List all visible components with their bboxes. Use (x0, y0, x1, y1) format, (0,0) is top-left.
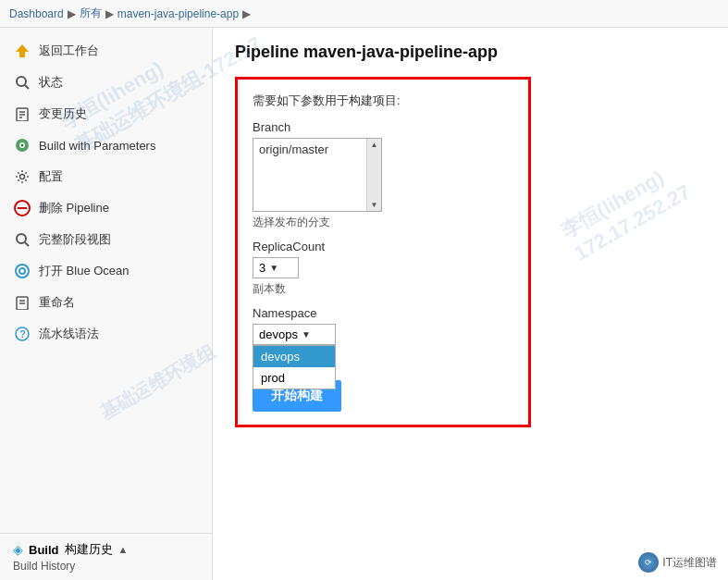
sidebar-item-delete-pipeline[interactable]: 删除 Pipeline (0, 192, 212, 224)
sidebar-item-back-workspace[interactable]: 返回工作台 (0, 35, 212, 67)
svg-point-17 (20, 269, 24, 273)
svg-point-10 (20, 175, 25, 179)
namespace-value: devops (259, 327, 298, 341)
sidebar-item-full-stage-view[interactable]: 完整阶段视图 (0, 224, 212, 255)
corner-logo: ⟳ IT运维图谱 (638, 552, 717, 573)
branch-value: origin/master (253, 139, 381, 211)
sidebar-bottom: ◈ Build 构建历史 ▲ Build History (0, 533, 213, 580)
full-stage-view-label: 完整阶段视图 (39, 231, 199, 248)
svg-point-1 (17, 77, 26, 86)
build-history-icon: ◈ (13, 542, 23, 557)
branch-sublabel: 选择发布的分支 (253, 215, 513, 230)
replica-group: ReplicaCount 3 ▼ 副本数 (253, 240, 513, 297)
namespace-dropdown: devops prod (253, 345, 336, 389)
build-form: 需要如下参数用于构建项目: Branch origin/master ▲ ▼ 选… (235, 77, 531, 427)
build-history-sublabel: Build History (13, 560, 199, 573)
change-history-icon (13, 105, 31, 123)
form-intro: 需要如下参数用于构建项目: (253, 93, 513, 109)
replica-label: ReplicaCount (253, 240, 513, 253)
svg-marker-0 (16, 44, 29, 57)
delete-pipeline-label: 删除 Pipeline (39, 200, 199, 216)
build-with-params-icon (13, 136, 31, 154)
namespace-option-prod[interactable]: prod (253, 367, 335, 389)
sidebar-item-build-with-params[interactable]: Build with Parameters (0, 130, 212, 161)
history-text[interactable]: 构建历史 (65, 541, 113, 558)
breadcrumb: Dashboard ▶ 所有 ▶ maven-java-pipeline-app… (0, 0, 728, 28)
full-stage-view-icon (13, 230, 31, 249)
main-content: Pipeline maven-java-pipeline-app 需要如下参数用… (213, 28, 728, 580)
sidebar-item-pipeline-syntax[interactable]: ?流水线语法 (0, 318, 212, 350)
corner-logo-text: IT运维图谱 (662, 555, 717, 571)
svg-text:?: ? (20, 329, 26, 339)
branch-label: Branch (253, 120, 513, 134)
build-text[interactable]: Build (29, 543, 59, 557)
sidebar: 返回工作台状态变更历史Build with Parameters配置删除 Pip… (0, 28, 213, 580)
open-blue-ocean-label: 打开 Blue Ocean (39, 263, 199, 279)
rename-icon (13, 293, 31, 312)
history-caret-icon[interactable]: ▲ (118, 544, 129, 555)
breadcrumb-all[interactable]: 所有 (80, 6, 102, 21)
scroll-down-icon[interactable]: ▼ (371, 201, 378, 209)
replica-arrow-icon: ▼ (269, 263, 278, 273)
namespace-arrow-icon: ▼ (302, 329, 311, 339)
back-workspace-label: 返回工作台 (39, 43, 199, 59)
branch-scrollbar[interactable]: ▲ ▼ (366, 139, 381, 211)
svg-point-9 (21, 144, 24, 147)
replica-value: 3 (259, 261, 265, 275)
svg-point-13 (17, 234, 26, 243)
svg-line-2 (25, 85, 29, 89)
sidebar-item-open-blue-ocean[interactable]: 打开 Blue Ocean (0, 255, 212, 287)
breadcrumb-sep-3: ▶ (242, 7, 251, 20)
breadcrumb-sep-2: ▶ (105, 7, 114, 20)
namespace-group: Namespace devops ▼ devops prod 运行环境 (253, 306, 513, 364)
build-history-row: ◈ Build 构建历史 ▲ (13, 541, 199, 558)
delete-pipeline-icon (13, 199, 31, 217)
sidebar-item-change-history[interactable]: 变更历史 (0, 98, 212, 130)
back-workspace-icon (13, 42, 31, 60)
namespace-container: devops ▼ devops prod (253, 324, 513, 345)
pipeline-syntax-icon: ? (13, 325, 31, 343)
status-label: 状态 (39, 74, 199, 91)
page-title: Pipeline maven-java-pipeline-app (235, 43, 706, 62)
replica-select[interactable]: 3 ▼ (253, 257, 299, 278)
breadcrumb-dashboard[interactable]: Dashboard (9, 7, 64, 20)
sidebar-item-rename[interactable]: 重命名 (0, 287, 212, 318)
open-blue-ocean-icon (13, 262, 31, 280)
rename-label: 重命名 (39, 294, 199, 311)
config-label: 配置 (39, 168, 199, 185)
corner-logo-icon: ⟳ (638, 552, 659, 573)
svg-line-14 (25, 242, 29, 246)
sidebar-item-status[interactable]: 状态 (0, 67, 212, 98)
change-history-label: 变更历史 (39, 105, 199, 122)
breadcrumb-sep-1: ▶ (68, 7, 76, 20)
branch-group: Branch origin/master ▲ ▼ 选择发布的分支 (253, 120, 513, 230)
build-with-params-label: Build with Parameters (39, 139, 199, 153)
config-icon (13, 167, 31, 186)
replica-sublabel: 副本数 (253, 281, 513, 297)
namespace-select[interactable]: devops ▼ (253, 324, 336, 345)
status-icon (13, 73, 31, 92)
pipeline-syntax-label: 流水线语法 (39, 326, 199, 342)
scroll-up-icon[interactable]: ▲ (371, 141, 378, 149)
sidebar-item-config[interactable]: 配置 (0, 161, 212, 192)
namespace-label: Namespace (253, 306, 513, 320)
branch-select[interactable]: origin/master ▲ ▼ (253, 138, 382, 212)
namespace-option-devops[interactable]: devops (253, 346, 335, 367)
breadcrumb-app[interactable]: maven-java-pipeline-app (117, 7, 239, 20)
